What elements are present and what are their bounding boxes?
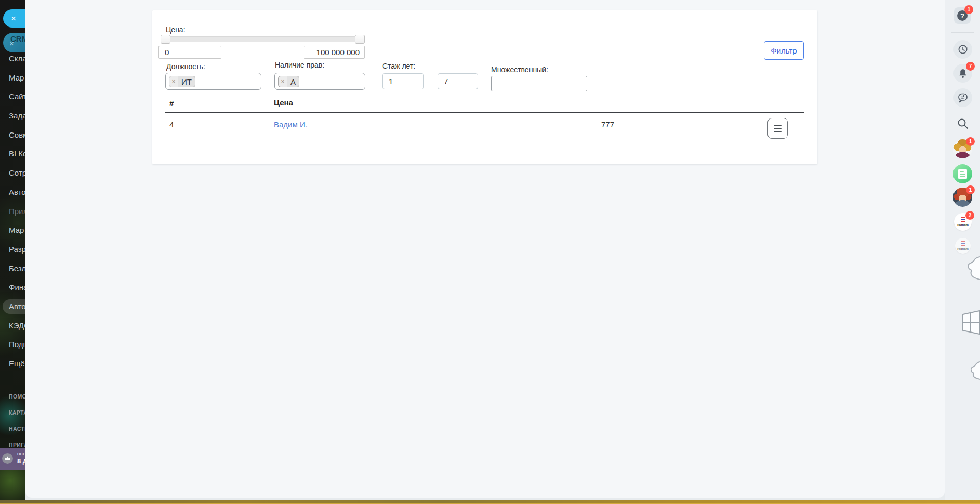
sidebar-item-collab[interactable]: Совм — [0, 126, 25, 145]
sidebar-item-unlimited[interactable]: Безл — [0, 259, 25, 278]
sidebar-item-sklad[interactable]: Скла — [0, 49, 25, 69]
redham-app-button-secondary[interactable]: redham — [955, 238, 971, 254]
sidebar-item-kedo[interactable]: КЭДО — [0, 316, 25, 336]
history-icon — [957, 44, 969, 55]
sidebar-item-subscription[interactable]: Подп — [0, 335, 25, 354]
position-tag: × ИТ — [169, 76, 195, 87]
tag-text: ИТ — [178, 76, 195, 87]
multiple-input[interactable] — [491, 76, 587, 91]
notes-app-button[interactable] — [953, 164, 972, 183]
search-button[interactable] — [957, 117, 969, 132]
sidebar-item-automation[interactable]: Авто — [0, 183, 25, 202]
sidebar-item-more[interactable]: Ещё — [0, 354, 25, 374]
search-icon — [957, 117, 969, 130]
sidebar-item-tasks[interactable]: Зада — [0, 107, 25, 126]
row-actions-button[interactable] — [767, 118, 788, 139]
chat-avatar-blonde[interactable]: 1 — [953, 139, 972, 158]
avatar-badge: 1 — [966, 185, 975, 194]
avatar-badge: 1 — [966, 137, 975, 146]
taskbar-strip — [0, 500, 980, 504]
sidebar-item-finance[interactable]: Фина — [0, 278, 25, 297]
help-badge: 1 — [964, 5, 973, 14]
footer-settings-link[interactable]: НАСТР — [0, 421, 25, 437]
footer-help-link[interactable]: ПОМО — [0, 389, 25, 405]
slider-track[interactable] — [161, 36, 365, 42]
chat-sync-icon — [957, 92, 969, 103]
footer-sitemap-link[interactable]: КАРТА — [0, 405, 25, 421]
redham-badge: 2 — [965, 211, 974, 220]
rights-field[interactable]: × А — [274, 73, 365, 90]
crown-icon — [2, 453, 13, 464]
price-range-slider[interactable] — [161, 35, 365, 44]
redham-logo-icon — [961, 217, 965, 223]
toolbar-divider — [951, 134, 974, 134]
sidebar-item-marketing[interactable]: Мар — [0, 69, 25, 88]
sidebar-item-apps[interactable]: Прил — [0, 202, 25, 221]
trial-days: 8 Д — [17, 457, 25, 465]
close-icon: × — [11, 14, 16, 24]
table-header-price: Цена — [274, 98, 293, 107]
field-label-multiple: Множественный: — [491, 65, 548, 74]
tag-remove-icon[interactable]: × — [169, 76, 178, 87]
slider-handle-max[interactable] — [355, 35, 365, 44]
filter-card: Цена: Фильтр Должность: Наличие прав: Ст… — [152, 10, 817, 164]
redham-label: redham — [957, 247, 969, 250]
sidebar-item-staff[interactable]: Сотр — [0, 164, 25, 183]
messenger-button[interactable] — [953, 88, 972, 107]
redham-label: redham — [957, 223, 969, 227]
price-min-input[interactable] — [158, 46, 221, 59]
help-button[interactable]: ? 1 — [954, 7, 971, 24]
notifications-badge: 7 — [966, 62, 975, 71]
table-header-index: # — [169, 99, 174, 108]
sidebar-item-market[interactable]: Мар — [0, 221, 25, 240]
sidebar-item-automation-active[interactable]: Авто — [0, 297, 25, 316]
toolbar-divider — [951, 114, 974, 114]
filter-button[interactable]: Фильтр — [764, 41, 804, 60]
experience-from-input[interactable] — [382, 73, 424, 89]
rights-tag: × А — [278, 76, 299, 87]
redham-logo-icon — [961, 241, 965, 247]
notifications-button[interactable]: 7 — [953, 64, 972, 83]
close-icon: × — [9, 39, 14, 48]
row-price-cell: 777 — [601, 120, 614, 129]
toolbar-divider — [951, 32, 974, 33]
table-header-divider — [165, 112, 804, 113]
price-max-input[interactable] — [304, 46, 365, 59]
price-label: Цена: — [166, 25, 186, 34]
position-field[interactable]: × ИТ — [165, 73, 261, 90]
sidebar-item-bi[interactable]: BI Ко — [0, 144, 25, 164]
row-name-link[interactable]: Вадим И. — [274, 120, 308, 129]
document-icon — [958, 169, 967, 179]
row-index-cell: 4 — [169, 120, 174, 129]
experience-to-input[interactable] — [438, 73, 478, 89]
hamburger-icon — [774, 125, 782, 126]
slider-handle-min[interactable] — [161, 35, 170, 44]
bell-icon — [958, 68, 968, 79]
history-button[interactable] — [953, 40, 972, 59]
trial-caption: ОСТ — [17, 452, 25, 456]
tag-text: А — [287, 76, 299, 87]
field-label-position: Должность: — [166, 62, 205, 71]
sidebar-item-sites[interactable]: Сайт — [0, 87, 25, 107]
field-label-experience: Стаж лет: — [382, 62, 415, 70]
field-label-rights: Наличие прав: — [275, 61, 324, 69]
left-menu: × CRM × Скла Мар Сайт Зада Совм BI Ко Со… — [0, 0, 25, 500]
right-toolbar: ? 1 7 1 — [945, 0, 980, 500]
menu-items: Скла Мар Сайт Зада Совм BI Ко Сотр Авто … — [0, 49, 25, 374]
sidebar-item-dev[interactable]: Разр — [0, 240, 25, 259]
trial-banner[interactable]: ОСТ 8 Д — [0, 448, 25, 470]
table-row-divider — [165, 141, 804, 141]
menu-footer: ПОМО КАРТА НАСТР ПРИГЛ — [0, 389, 25, 453]
redham-app-button[interactable]: redham 2 — [954, 213, 972, 231]
chat-avatar-redhead[interactable]: 1 — [953, 188, 972, 207]
tag-remove-icon[interactable]: × — [278, 76, 287, 87]
menu-close-button[interactable]: × — [3, 9, 25, 28]
